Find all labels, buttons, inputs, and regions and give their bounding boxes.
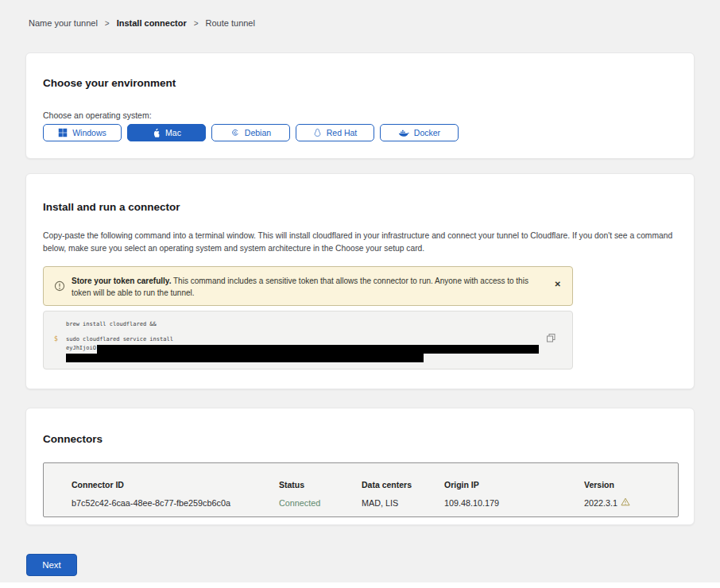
data-centers-value: MAD, LIS (362, 498, 444, 508)
token-warning-bold: Store your token carefully. (72, 277, 171, 285)
column-header-status: Status (279, 480, 362, 489)
command-line-1: brew install cloudflared && (66, 321, 157, 327)
os-button-debian[interactable]: Debian (211, 124, 290, 141)
breadcrumb-separator: > (194, 19, 199, 28)
connectors-card-title: Connectors (43, 433, 103, 445)
install-card-title: Install and run a connector (43, 201, 180, 213)
version-value: 2022.3.1 (584, 497, 678, 508)
table-header-row: Connector ID Status Data centers Origin … (72, 480, 678, 489)
redhat-linux-icon (313, 128, 322, 138)
os-button-group: Windows Mac Debian Red Hat Docker (43, 124, 459, 141)
os-button-redhat[interactable]: Red Hat (296, 124, 374, 141)
apple-logo-icon (152, 128, 161, 138)
install-command-codeblock: $ brew install cloudflared && sudo cloud… (43, 311, 573, 369)
command-token-line: eyJhIjoiO (66, 345, 539, 354)
os-button-label: Windows (72, 128, 106, 137)
breadcrumb: Name your tunnel > Install connector > R… (29, 18, 255, 28)
os-button-docker[interactable]: Docker (380, 124, 459, 141)
column-header-origin-ip: Origin IP (444, 480, 584, 489)
info-icon (54, 280, 65, 295)
warning-triangle-icon (621, 497, 630, 508)
connector-id-value: b7c52c42-6caa-48ee-8c77-fbe259cb6c0a (72, 498, 279, 508)
connectors-card: Connectors Connector ID Status Data cent… (25, 408, 695, 525)
os-button-windows[interactable]: Windows (43, 124, 122, 141)
windows-logo-icon (58, 128, 68, 137)
token-warning-banner: Store your token carefully. This command… (43, 266, 573, 306)
breadcrumb-step-route-tunnel[interactable]: Route tunnel (206, 18, 255, 28)
column-header-data-centers: Data centers (362, 480, 444, 489)
redacted-token-bar (66, 354, 424, 362)
shell-prompt: $ (54, 335, 58, 342)
breadcrumb-step-install-connector: Install connector (117, 18, 187, 28)
command-line-2: sudo cloudflared service install (66, 336, 173, 342)
debian-logo-icon (230, 128, 240, 137)
os-button-label: Mac (165, 128, 181, 137)
os-button-label: Debian (245, 128, 271, 137)
breadcrumb-separator: > (105, 19, 110, 28)
docker-whale-icon (398, 129, 409, 137)
breadcrumb-step-name-your-tunnel[interactable]: Name your tunnel (29, 18, 98, 28)
redacted-token-bar (97, 345, 539, 354)
choose-environment-card: Choose your environment Choose an operat… (25, 52, 695, 159)
next-button[interactable]: Next (26, 554, 77, 576)
os-button-label: Red Hat (327, 128, 358, 137)
os-button-label: Docker (414, 128, 440, 137)
table-row: b7c52c42-6caa-48ee-8c77-fbe259cb6c0a Con… (72, 497, 678, 508)
close-icon[interactable]: ✕ (555, 280, 561, 288)
os-button-mac[interactable]: Mac (127, 124, 206, 141)
column-header-connector-id: Connector ID (72, 480, 279, 489)
os-select-label: Choose an operating system: (43, 110, 152, 120)
status-badge: Connected (279, 498, 362, 508)
column-header-version: Version (584, 480, 678, 489)
install-description: Copy-paste the following command into a … (43, 230, 679, 255)
token-warning-text: Store your token carefully. This command… (72, 275, 548, 299)
origin-ip-value: 109.48.10.179 (444, 498, 584, 508)
install-connector-card: Install and run a connector Copy-paste t… (25, 173, 695, 389)
copy-icon[interactable] (546, 333, 556, 346)
footer-strip (0, 582, 720, 588)
connectors-table: Connector ID Status Data centers Origin … (43, 462, 679, 517)
environment-card-title: Choose your environment (43, 77, 176, 89)
